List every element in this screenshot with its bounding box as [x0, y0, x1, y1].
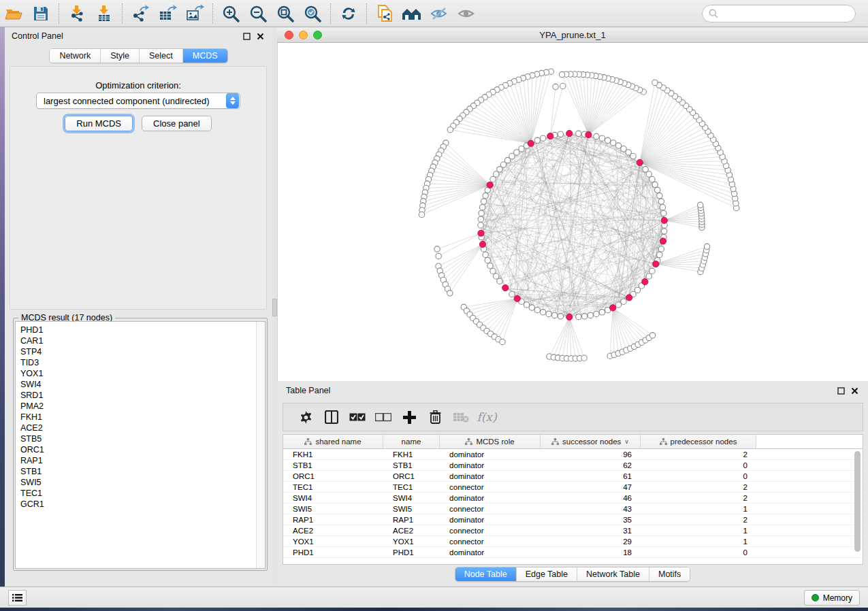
mcds-list-scrollbar[interactable] — [256, 322, 265, 568]
float-panel-icon[interactable] — [837, 387, 845, 395]
column-header-successor-nodes[interactable]: successor nodes∨ — [541, 435, 641, 448]
mcds-result-item[interactable]: TEC1 — [16, 488, 265, 499]
mcds-result-item[interactable]: CAR1 — [16, 335, 265, 346]
table-row[interactable]: ORC1ORC1dominator610 — [283, 471, 863, 482]
show-panels-menu-button[interactable] — [8, 590, 27, 606]
window-zoom-button[interactable] — [313, 31, 322, 39]
network-window-titlebar[interactable]: YPA_prune.txt_1 — [277, 28, 868, 43]
table-panel: Table Panel — [277, 381, 868, 585]
column-type-icon — [551, 438, 559, 445]
zoom-fit-button[interactable] — [272, 2, 299, 25]
control-panel-title: Control Panel — [12, 31, 63, 41]
open-session-button[interactable] — [0, 2, 27, 25]
mcds-result-item[interactable]: STB5 — [16, 433, 265, 444]
mcds-result-item[interactable]: RAP1 — [16, 455, 265, 466]
mcds-result-item[interactable]: ORC1 — [16, 444, 265, 455]
run-mcds-button[interactable]: Run MCDS — [65, 116, 133, 131]
search-box[interactable] — [702, 5, 856, 22]
select-all-button[interactable] — [344, 406, 370, 429]
tab-network[interactable]: Network — [50, 49, 101, 63]
mcds-result-item[interactable]: TID3 — [16, 357, 265, 368]
column-header-predecessor-nodes[interactable]: predecessor nodes — [641, 435, 756, 448]
column-header-name[interactable]: name — [383, 435, 440, 448]
mcds-result-item[interactable]: STB1 — [16, 466, 265, 477]
mcds-result-item[interactable]: PMA2 — [16, 401, 265, 412]
mcds-result-item[interactable]: SWI4 — [16, 379, 265, 390]
table-row[interactable]: PHD1PHD1dominator180 — [283, 547, 863, 558]
mcds-result-item[interactable]: FKH1 — [16, 412, 265, 423]
mcds-result-item[interactable]: STP4 — [16, 346, 265, 357]
table-row[interactable]: ACE2ACE2connector311 — [283, 525, 863, 536]
copy-network-button[interactable] — [371, 2, 398, 25]
zoom-selected-button[interactable] — [299, 2, 326, 25]
mcds-result-item[interactable]: GCR1 — [16, 499, 265, 510]
tab-select[interactable]: Select — [140, 49, 183, 63]
create-column-button[interactable] — [396, 406, 422, 429]
import-table-button[interactable] — [91, 2, 118, 25]
memory-status-icon — [811, 594, 819, 601]
close-panel-icon[interactable] — [257, 33, 264, 40]
tab-node-table[interactable]: Node Table — [455, 567, 517, 581]
table-row[interactable]: SWI5SWI5connector431 — [283, 503, 863, 514]
network-canvas[interactable] — [277, 43, 868, 381]
table-cell: ORC1 — [283, 471, 383, 481]
table-row[interactable]: RAP1RAP1dominator352 — [283, 514, 863, 525]
dominator-node — [660, 238, 666, 244]
delete-table-button-disabled — [448, 406, 474, 429]
table-cell: dominator — [440, 449, 541, 459]
tab-network-table[interactable]: Network Table — [577, 567, 649, 581]
table-cell-filler — [756, 449, 863, 459]
export-table-button[interactable] — [154, 2, 181, 25]
table-settings-button[interactable] — [293, 406, 319, 429]
dominator-node — [661, 217, 667, 223]
mcds-result-item[interactable]: PHD1 — [16, 325, 265, 335]
export-image-button[interactable] — [181, 2, 208, 25]
delete-column-button[interactable] — [422, 406, 448, 429]
table-row[interactable]: FKH1FKH1dominator962 — [283, 449, 863, 460]
import-network-button[interactable] — [63, 2, 91, 25]
table-row[interactable]: YOX1YOX1connector291 — [283, 536, 863, 547]
table-scrollbar-thumb[interactable] — [854, 451, 861, 552]
splitter-handle[interactable] — [272, 299, 277, 316]
mcds-result-item[interactable]: ACE2 — [16, 423, 265, 433]
mcds-result-item[interactable]: SRD1 — [16, 390, 265, 401]
dominator-node — [566, 130, 573, 136]
show-columns-button[interactable] — [319, 406, 344, 429]
memory-button[interactable]: Memory — [804, 590, 860, 606]
optimization-criterion-select[interactable]: largest connected component (undirected) — [36, 93, 240, 109]
tab-edge-table[interactable]: Edge Table — [517, 567, 577, 581]
vertical-splitter[interactable] — [272, 28, 277, 587]
mcds-result-item[interactable]: YOX1 — [16, 368, 265, 379]
mcds-result-item[interactable]: SWI5 — [16, 477, 265, 488]
column-header-MCDS-role[interactable]: MCDS role — [440, 435, 541, 448]
deselect-all-button[interactable] — [370, 406, 396, 429]
show-graphics-details-button[interactable] — [453, 2, 480, 25]
tab-style[interactable]: Style — [101, 49, 140, 63]
tab-motifs[interactable]: Motifs — [649, 567, 690, 581]
table-row[interactable]: TEC1TEC1connector472 — [283, 482, 863, 493]
float-panel-icon[interactable] — [243, 33, 251, 40]
table-row[interactable]: SWI4SWI4dominator462 — [283, 493, 863, 503]
column-header-shared-name[interactable]: shared name — [283, 435, 383, 448]
close-panel-button[interactable]: Close panel — [142, 116, 212, 131]
search-input[interactable] — [722, 9, 848, 18]
table-row[interactable]: STB1STB1dominator620 — [283, 460, 863, 471]
mcds-result-list[interactable]: PHD1CAR1STP4TID3YOX1SWI4SRD1PMA2FKH1ACE2… — [15, 321, 266, 569]
close-panel-icon[interactable] — [851, 387, 858, 395]
desktop-wallpaper-bottom — [0, 608, 868, 611]
table-cell: 35 — [541, 514, 641, 525]
save-session-button[interactable] — [27, 2, 54, 25]
window-close-button[interactable] — [285, 31, 293, 39]
first-neighbors-button[interactable] — [398, 2, 425, 25]
refresh-layout-button[interactable] — [335, 2, 362, 25]
export-network-button[interactable] — [127, 2, 154, 25]
tab-mcds[interactable]: MCDS — [183, 49, 227, 63]
dominator-node — [653, 261, 659, 267]
window-minimize-button[interactable] — [299, 31, 308, 39]
table-body: FKH1FKH1dominator962STB1STB1dominator620… — [283, 449, 863, 558]
table-scrollbar[interactable] — [854, 451, 861, 560]
hide-graphics-details-button[interactable] — [425, 2, 453, 25]
zoom-out-button[interactable] — [244, 2, 272, 25]
table-cell: connector — [440, 482, 541, 492]
zoom-in-button[interactable] — [217, 2, 244, 25]
